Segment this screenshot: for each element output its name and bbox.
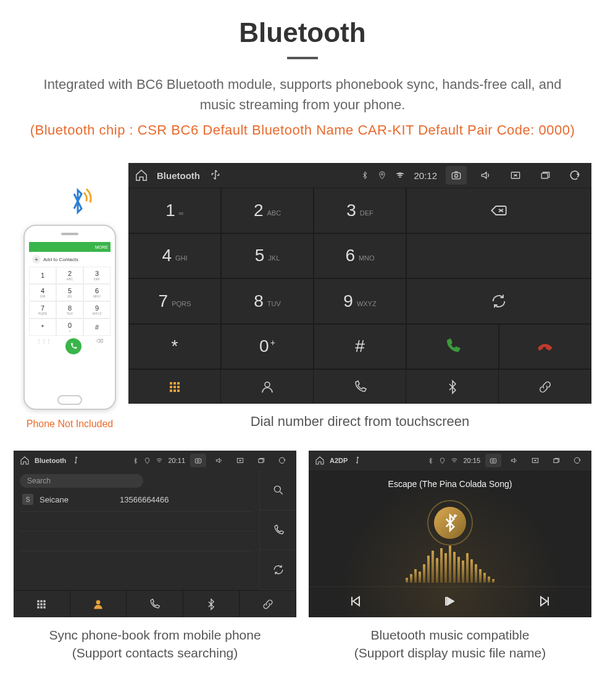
add-contact-label: Add to Contacts xyxy=(43,257,78,262)
tab-keypad[interactable] xyxy=(14,591,70,617)
prev-track-button[interactable] xyxy=(348,594,363,611)
status-time: 20:15 xyxy=(463,457,480,464)
phone-mock-key: 5JKL xyxy=(56,284,83,301)
back-button[interactable] xyxy=(569,454,585,467)
close-window-button[interactable] xyxy=(505,166,526,185)
svg-rect-24 xyxy=(41,603,43,605)
tab-calllog[interactable] xyxy=(314,370,406,404)
dialpad-key-8[interactable]: 8TUV xyxy=(221,278,314,324)
svg-point-29 xyxy=(96,600,101,604)
phone-mock-menu-icon: ⋮⋮⋮ xyxy=(36,338,51,354)
back-button[interactable] xyxy=(564,166,585,185)
recent-apps-button[interactable] xyxy=(535,166,556,185)
dialpad-key-1[interactable]: 1∞ xyxy=(128,188,221,233)
album-art-icon xyxy=(427,500,473,546)
volume-button[interactable] xyxy=(211,454,227,467)
dialpad-key-6[interactable]: 6MNO xyxy=(314,233,406,279)
dialpad-key-5[interactable]: 5JKL xyxy=(221,233,314,279)
dialpad-key-0[interactable]: 0+ xyxy=(221,324,314,370)
dialpad-key-3[interactable]: 3DEF xyxy=(314,188,406,233)
tab-bluetooth[interactable] xyxy=(183,591,240,617)
phone-mock-key: * xyxy=(29,319,56,336)
svg-rect-21 xyxy=(41,600,43,602)
hero-specs: (Bluetooth chip : CSR BC6 Default Blueto… xyxy=(0,122,605,138)
next-track-button[interactable] xyxy=(537,594,552,611)
close-window-button[interactable] xyxy=(527,454,543,467)
home-icon[interactable] xyxy=(135,169,148,182)
svg-rect-26 xyxy=(38,606,40,608)
tab-contacts[interactable] xyxy=(70,591,127,617)
dialpad-key-#[interactable]: # xyxy=(314,324,406,370)
svg-rect-20 xyxy=(38,600,40,602)
svg-rect-10 xyxy=(177,386,180,388)
phone-not-included-note: Phone Not Included xyxy=(27,419,114,430)
dialpad-key-4[interactable]: 4GHI xyxy=(128,233,221,279)
tab-pair[interactable] xyxy=(499,370,591,404)
title-underline xyxy=(287,57,318,59)
now-playing-title: Escape (The Pina Colada Song) xyxy=(388,479,512,489)
dialer-status-title: Bluetooth xyxy=(157,170,200,181)
location-icon xyxy=(144,456,151,465)
dialpad-key-9[interactable]: 9WXYZ xyxy=(314,278,406,324)
contact-row[interactable]: S Seicane 13566664466 xyxy=(20,488,253,512)
volume-button[interactable] xyxy=(506,454,522,467)
svg-rect-28 xyxy=(44,606,46,608)
dialpad-key-*[interactable]: * xyxy=(128,324,221,370)
call-button[interactable] xyxy=(260,510,296,551)
svg-rect-33 xyxy=(554,459,558,463)
bluetooth-icon xyxy=(427,456,434,465)
home-icon[interactable] xyxy=(20,456,30,465)
svg-rect-9 xyxy=(173,386,176,388)
volume-button[interactable] xyxy=(475,166,496,185)
svg-rect-1 xyxy=(452,173,460,179)
search-input[interactable]: Search xyxy=(20,474,143,488)
equalizer-visual xyxy=(309,546,591,583)
tab-keypad[interactable] xyxy=(128,370,221,404)
screenshot-button[interactable] xyxy=(190,454,206,467)
contact-number: 13566664466 xyxy=(120,495,169,504)
usb-icon xyxy=(209,169,222,182)
svg-rect-30 xyxy=(490,459,496,463)
tab-pair[interactable] xyxy=(240,591,296,617)
music-screenshot: A2DP 20:15 Escape (The Pina Colada Song) xyxy=(309,451,591,617)
sync-button[interactable] xyxy=(406,278,591,324)
play-pause-button[interactable] xyxy=(443,594,457,611)
phone-mock-key: 9WXYZ xyxy=(83,301,111,319)
svg-rect-5 xyxy=(170,382,172,385)
contacts-status-title: Bluetooth xyxy=(35,457,66,464)
svg-rect-7 xyxy=(177,382,180,385)
svg-rect-27 xyxy=(41,606,43,608)
hangup-button[interactable] xyxy=(499,324,591,370)
dialer-caption: Dial number direct from touchscreen xyxy=(128,414,591,430)
phone-mock-backspace-icon: ⌫ xyxy=(96,338,103,354)
contacts-statusbar: Bluetooth 20:11 xyxy=(14,451,296,470)
svg-point-16 xyxy=(197,460,199,462)
phone-mock-key: 2ABC xyxy=(56,267,83,284)
svg-rect-35 xyxy=(445,597,446,606)
tab-contacts[interactable] xyxy=(221,370,314,404)
music-caption: Bluetooth music compatible (Support disp… xyxy=(309,626,591,662)
search-button[interactable] xyxy=(260,470,296,510)
phone-mock-call-button xyxy=(65,338,81,354)
dialpad-key-2[interactable]: 2ABC xyxy=(221,188,314,233)
recent-apps-button[interactable] xyxy=(253,454,269,467)
dialpad-key-7[interactable]: 7PQRS xyxy=(128,278,221,324)
tab-calllog[interactable] xyxy=(127,591,183,617)
screenshot-button[interactable] xyxy=(485,454,501,467)
contact-initial-badge: S xyxy=(22,494,33,505)
recent-apps-button[interactable] xyxy=(548,454,564,467)
backspace-button[interactable] xyxy=(406,188,591,233)
close-window-button[interactable] xyxy=(232,454,248,467)
music-statusbar: A2DP 20:15 xyxy=(309,451,591,470)
dialer-screenshot: Bluetooth 20:12 1∞2ABC3DEF4GHI5JKL6MNO7P… xyxy=(128,163,591,404)
tab-bluetooth[interactable] xyxy=(406,370,499,404)
phone-mock-key: 0+ xyxy=(56,319,83,336)
contacts-screenshot: Bluetooth 20:11 Search S Seicane 1356666… xyxy=(14,451,296,617)
home-icon[interactable] xyxy=(315,456,325,465)
usb-icon xyxy=(353,456,362,465)
back-button[interactable] xyxy=(274,454,290,467)
call-button[interactable] xyxy=(406,324,499,370)
sync-button[interactable] xyxy=(260,550,296,590)
phone-mock-topbar: MORE xyxy=(29,242,111,252)
screenshot-button[interactable] xyxy=(446,166,467,185)
